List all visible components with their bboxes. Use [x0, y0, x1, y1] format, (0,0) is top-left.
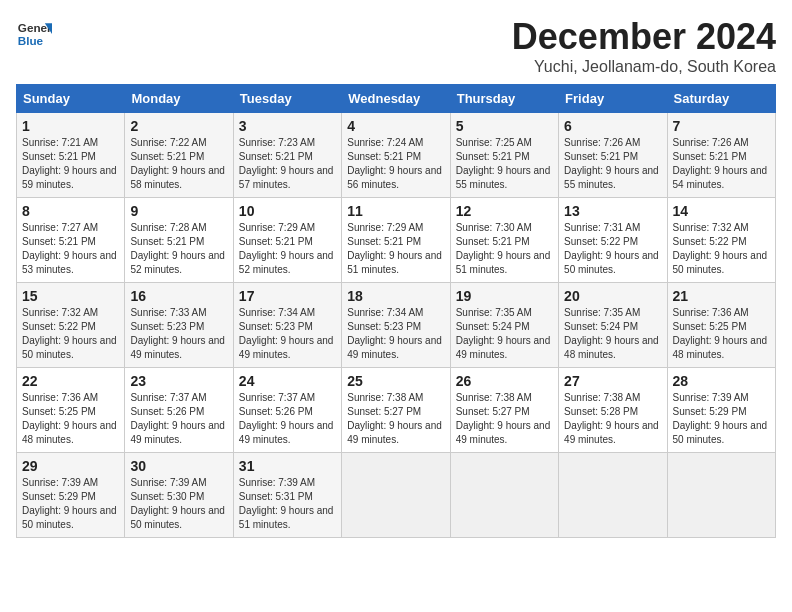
- day-info: Sunrise: 7:24 AMSunset: 5:21 PMDaylight:…: [347, 137, 442, 190]
- day-number: 1: [22, 118, 119, 134]
- day-number: 27: [564, 373, 661, 389]
- calendar-header-row: SundayMondayTuesdayWednesdayThursdayFrid…: [17, 85, 776, 113]
- day-number: 6: [564, 118, 661, 134]
- day-number: 5: [456, 118, 553, 134]
- day-number: 26: [456, 373, 553, 389]
- calendar-cell: 3 Sunrise: 7:23 AMSunset: 5:21 PMDayligh…: [233, 113, 341, 198]
- calendar-cell: 26 Sunrise: 7:38 AMSunset: 5:27 PMDaylig…: [450, 368, 558, 453]
- calendar-cell: 4 Sunrise: 7:24 AMSunset: 5:21 PMDayligh…: [342, 113, 450, 198]
- day-info: Sunrise: 7:25 AMSunset: 5:21 PMDaylight:…: [456, 137, 551, 190]
- day-number: 8: [22, 203, 119, 219]
- calendar-cell: 2 Sunrise: 7:22 AMSunset: 5:21 PMDayligh…: [125, 113, 233, 198]
- day-info: Sunrise: 7:33 AMSunset: 5:23 PMDaylight:…: [130, 307, 225, 360]
- day-info: Sunrise: 7:35 AMSunset: 5:24 PMDaylight:…: [456, 307, 551, 360]
- day-info: Sunrise: 7:38 AMSunset: 5:27 PMDaylight:…: [456, 392, 551, 445]
- calendar-cell: 12 Sunrise: 7:30 AMSunset: 5:21 PMDaylig…: [450, 198, 558, 283]
- day-info: Sunrise: 7:22 AMSunset: 5:21 PMDaylight:…: [130, 137, 225, 190]
- calendar-cell: [559, 453, 667, 538]
- day-number: 12: [456, 203, 553, 219]
- day-number: 17: [239, 288, 336, 304]
- column-header-monday: Monday: [125, 85, 233, 113]
- day-info: Sunrise: 7:31 AMSunset: 5:22 PMDaylight:…: [564, 222, 659, 275]
- day-number: 19: [456, 288, 553, 304]
- day-number: 7: [673, 118, 770, 134]
- calendar-week-row: 1 Sunrise: 7:21 AMSunset: 5:21 PMDayligh…: [17, 113, 776, 198]
- day-number: 20: [564, 288, 661, 304]
- day-info: Sunrise: 7:39 AMSunset: 5:30 PMDaylight:…: [130, 477, 225, 530]
- calendar-cell: 8 Sunrise: 7:27 AMSunset: 5:21 PMDayligh…: [17, 198, 125, 283]
- day-info: Sunrise: 7:23 AMSunset: 5:21 PMDaylight:…: [239, 137, 334, 190]
- calendar-cell: 23 Sunrise: 7:37 AMSunset: 5:26 PMDaylig…: [125, 368, 233, 453]
- day-info: Sunrise: 7:32 AMSunset: 5:22 PMDaylight:…: [22, 307, 117, 360]
- day-info: Sunrise: 7:36 AMSunset: 5:25 PMDaylight:…: [22, 392, 117, 445]
- day-number: 14: [673, 203, 770, 219]
- day-number: 16: [130, 288, 227, 304]
- day-info: Sunrise: 7:29 AMSunset: 5:21 PMDaylight:…: [347, 222, 442, 275]
- calendar-cell: 25 Sunrise: 7:38 AMSunset: 5:27 PMDaylig…: [342, 368, 450, 453]
- calendar-cell: 14 Sunrise: 7:32 AMSunset: 5:22 PMDaylig…: [667, 198, 775, 283]
- day-number: 28: [673, 373, 770, 389]
- calendar-cell: 7 Sunrise: 7:26 AMSunset: 5:21 PMDayligh…: [667, 113, 775, 198]
- calendar-cell: 1 Sunrise: 7:21 AMSunset: 5:21 PMDayligh…: [17, 113, 125, 198]
- day-info: Sunrise: 7:37 AMSunset: 5:26 PMDaylight:…: [130, 392, 225, 445]
- calendar-subtitle: Yuchi, Jeollanam-do, South Korea: [512, 58, 776, 76]
- day-info: Sunrise: 7:30 AMSunset: 5:21 PMDaylight:…: [456, 222, 551, 275]
- calendar-cell: 18 Sunrise: 7:34 AMSunset: 5:23 PMDaylig…: [342, 283, 450, 368]
- calendar-cell: [342, 453, 450, 538]
- svg-text:Blue: Blue: [18, 34, 44, 47]
- calendar-cell: 9 Sunrise: 7:28 AMSunset: 5:21 PMDayligh…: [125, 198, 233, 283]
- calendar-cell: 27 Sunrise: 7:38 AMSunset: 5:28 PMDaylig…: [559, 368, 667, 453]
- calendar-cell: 22 Sunrise: 7:36 AMSunset: 5:25 PMDaylig…: [17, 368, 125, 453]
- day-number: 24: [239, 373, 336, 389]
- day-info: Sunrise: 7:39 AMSunset: 5:31 PMDaylight:…: [239, 477, 334, 530]
- day-info: Sunrise: 7:29 AMSunset: 5:21 PMDaylight:…: [239, 222, 334, 275]
- calendar-cell: 16 Sunrise: 7:33 AMSunset: 5:23 PMDaylig…: [125, 283, 233, 368]
- column-header-tuesday: Tuesday: [233, 85, 341, 113]
- day-info: Sunrise: 7:32 AMSunset: 5:22 PMDaylight:…: [673, 222, 768, 275]
- calendar-week-row: 22 Sunrise: 7:36 AMSunset: 5:25 PMDaylig…: [17, 368, 776, 453]
- calendar-cell: 21 Sunrise: 7:36 AMSunset: 5:25 PMDaylig…: [667, 283, 775, 368]
- calendar-cell: 24 Sunrise: 7:37 AMSunset: 5:26 PMDaylig…: [233, 368, 341, 453]
- calendar-cell: [450, 453, 558, 538]
- header: General Blue December 2024 Yuchi, Jeolla…: [16, 16, 776, 76]
- day-number: 22: [22, 373, 119, 389]
- calendar-week-row: 15 Sunrise: 7:32 AMSunset: 5:22 PMDaylig…: [17, 283, 776, 368]
- day-number: 13: [564, 203, 661, 219]
- day-info: Sunrise: 7:34 AMSunset: 5:23 PMDaylight:…: [347, 307, 442, 360]
- day-info: Sunrise: 7:37 AMSunset: 5:26 PMDaylight:…: [239, 392, 334, 445]
- title-section: December 2024 Yuchi, Jeollanam-do, South…: [512, 16, 776, 76]
- calendar-week-row: 8 Sunrise: 7:27 AMSunset: 5:21 PMDayligh…: [17, 198, 776, 283]
- day-info: Sunrise: 7:34 AMSunset: 5:23 PMDaylight:…: [239, 307, 334, 360]
- column-header-saturday: Saturday: [667, 85, 775, 113]
- day-number: 25: [347, 373, 444, 389]
- calendar-cell: [667, 453, 775, 538]
- day-number: 2: [130, 118, 227, 134]
- calendar-cell: 15 Sunrise: 7:32 AMSunset: 5:22 PMDaylig…: [17, 283, 125, 368]
- day-info: Sunrise: 7:21 AMSunset: 5:21 PMDaylight:…: [22, 137, 117, 190]
- calendar-cell: 11 Sunrise: 7:29 AMSunset: 5:21 PMDaylig…: [342, 198, 450, 283]
- day-number: 23: [130, 373, 227, 389]
- day-number: 29: [22, 458, 119, 474]
- day-info: Sunrise: 7:26 AMSunset: 5:21 PMDaylight:…: [564, 137, 659, 190]
- day-info: Sunrise: 7:36 AMSunset: 5:25 PMDaylight:…: [673, 307, 768, 360]
- day-number: 30: [130, 458, 227, 474]
- calendar-cell: 19 Sunrise: 7:35 AMSunset: 5:24 PMDaylig…: [450, 283, 558, 368]
- day-number: 11: [347, 203, 444, 219]
- calendar-table: SundayMondayTuesdayWednesdayThursdayFrid…: [16, 84, 776, 538]
- calendar-cell: 13 Sunrise: 7:31 AMSunset: 5:22 PMDaylig…: [559, 198, 667, 283]
- calendar-cell: 6 Sunrise: 7:26 AMSunset: 5:21 PMDayligh…: [559, 113, 667, 198]
- day-info: Sunrise: 7:39 AMSunset: 5:29 PMDaylight:…: [22, 477, 117, 530]
- day-number: 3: [239, 118, 336, 134]
- day-number: 31: [239, 458, 336, 474]
- calendar-cell: 10 Sunrise: 7:29 AMSunset: 5:21 PMDaylig…: [233, 198, 341, 283]
- column-header-wednesday: Wednesday: [342, 85, 450, 113]
- day-number: 18: [347, 288, 444, 304]
- day-info: Sunrise: 7:35 AMSunset: 5:24 PMDaylight:…: [564, 307, 659, 360]
- day-info: Sunrise: 7:27 AMSunset: 5:21 PMDaylight:…: [22, 222, 117, 275]
- calendar-cell: 31 Sunrise: 7:39 AMSunset: 5:31 PMDaylig…: [233, 453, 341, 538]
- column-header-friday: Friday: [559, 85, 667, 113]
- column-header-sunday: Sunday: [17, 85, 125, 113]
- day-info: Sunrise: 7:38 AMSunset: 5:27 PMDaylight:…: [347, 392, 442, 445]
- calendar-cell: 17 Sunrise: 7:34 AMSunset: 5:23 PMDaylig…: [233, 283, 341, 368]
- logo: General Blue: [16, 16, 52, 52]
